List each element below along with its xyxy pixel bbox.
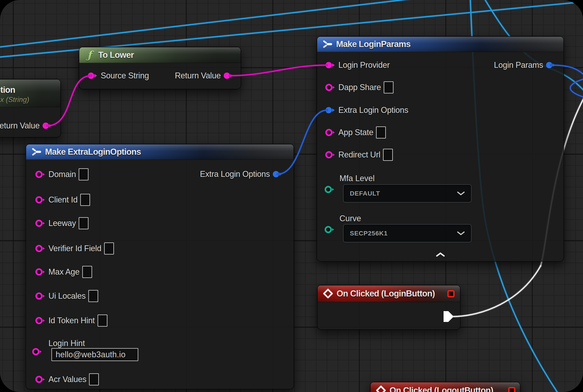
string-input-pin[interactable] <box>325 129 336 136</box>
wire-string-2 <box>230 65 327 76</box>
client-id-checkbox[interactable] <box>80 194 90 206</box>
id-token-hint-checkbox[interactable] <box>98 314 108 327</box>
string-input-pin[interactable] <box>325 151 336 158</box>
enum-input-pin[interactable] <box>324 226 335 234</box>
pin-label: Return Value <box>175 71 221 80</box>
pin-label: Login Provider <box>338 60 390 70</box>
event-diamond-icon <box>323 288 333 298</box>
delegate-pin[interactable] <box>448 290 454 298</box>
make-struct-icon <box>32 148 42 156</box>
mfa-level-dropdown[interactable]: DEFAULT <box>343 184 472 202</box>
redirect-url-checkbox[interactable] <box>383 149 393 161</box>
pin-label: Verifier Id Field <box>48 244 101 253</box>
node-header: ƒ To Lower <box>79 47 240 63</box>
pin-label: Client Id <box>48 195 78 204</box>
node-header: Get Selected Option Target is Combo Box … <box>0 80 60 107</box>
node-header: On Clicked (LoginButton) <box>318 286 460 302</box>
pin-row-client-id: Client Id <box>35 193 90 207</box>
event-diamond-icon <box>376 386 386 392</box>
string-input-pin[interactable] <box>88 72 98 79</box>
string-output-pin[interactable] <box>224 72 234 79</box>
node-title: Get Selected Option <box>0 85 15 95</box>
pin-row-return-value: Return Value <box>0 119 53 133</box>
pin-label: Return Value <box>0 121 40 130</box>
chevron-down-icon <box>457 192 465 196</box>
node-on-clicked-login-button[interactable]: On Clicked (LoginButton) <box>318 286 460 329</box>
ui-locales-checkbox[interactable] <box>88 290 98 302</box>
node-title: On Clicked (LoginButton) <box>336 289 435 298</box>
domain-checkbox[interactable] <box>78 168 88 180</box>
string-input-pin[interactable] <box>325 84 336 91</box>
curve-value: SECP256K1 <box>350 230 388 237</box>
pin-row-max-age: Max Age <box>35 265 92 279</box>
pin-row-ui-locales: Ui Locales <box>35 289 98 303</box>
pin-label: Extra Login Options <box>200 170 270 179</box>
wire-exec-front <box>454 266 541 316</box>
wire-struct-2b <box>570 78 583 99</box>
pin-label: Domain <box>48 170 76 179</box>
app-state-checkbox[interactable] <box>376 126 386 138</box>
login-hint-input[interactable]: hello@web3auth.io <box>51 348 138 361</box>
string-input-pin[interactable] <box>325 62 336 68</box>
pin-label: App State <box>338 128 373 137</box>
node-subtitle: Target is Combo Box (String) <box>0 96 29 104</box>
pin-label: Source String <box>101 71 149 80</box>
node-title: Make ExtraLoginOptions <box>45 147 141 157</box>
max-age-checkbox[interactable] <box>82 266 92 278</box>
pin-row-id-token-hint: Id Token Hint <box>35 314 108 328</box>
dapp-share-checkbox[interactable] <box>384 81 394 94</box>
delegate-pin[interactable] <box>508 387 516 392</box>
pin-label: Dapp Share <box>338 83 381 92</box>
string-output-pin[interactable] <box>42 122 53 129</box>
pin-label: Max Age <box>48 267 80 277</box>
login-hint-label: Login Hint <box>48 338 85 348</box>
node-title: To Lower <box>98 50 134 60</box>
string-input-pin[interactable] <box>35 317 46 324</box>
pin-row-verifier-id-field: Verifier Id Field <box>35 242 114 256</box>
enum-input-pin[interactable] <box>324 186 335 193</box>
blueprint-graph-canvas[interactable]: Get Selected Option Target is Combo Box … <box>0 0 583 392</box>
pin-row-return-value: Return Value <box>175 69 234 83</box>
wire-glow <box>230 65 327 76</box>
string-input-pin[interactable] <box>35 376 46 383</box>
string-input-pin[interactable] <box>35 292 46 300</box>
string-input-pin[interactable] <box>35 196 46 204</box>
function-icon: ƒ <box>86 50 93 60</box>
pin-row-domain: Domain <box>35 168 88 181</box>
chevron-down-icon <box>457 231 465 236</box>
node-make-login-params[interactable]: Make LoginParams Login Provider Login Pa… <box>317 37 564 261</box>
wire-glow <box>454 266 541 316</box>
pin-row-leeway: Leeway <box>35 216 88 230</box>
mfa-level-label: Mfa Level <box>340 174 374 183</box>
string-input-pin[interactable] <box>35 245 46 252</box>
string-input-pin[interactable] <box>35 170 46 178</box>
node-header: Make LoginParams <box>317 37 564 52</box>
make-struct-icon <box>323 40 332 48</box>
pin-label: Acr Values <box>48 375 86 384</box>
node-title: On Clicked (LogoutButton) <box>390 386 493 392</box>
pin-row-login-params-out: Login Params <box>494 58 556 72</box>
collapse-chevron-up-icon[interactable] <box>436 252 445 257</box>
exec-output-pin[interactable] <box>443 311 454 322</box>
node-get-selected-option[interactable]: Get Selected Option Target is Combo Box … <box>0 80 60 137</box>
string-input-pin[interactable] <box>35 220 46 227</box>
node-on-clicked-logout-button[interactable]: On Clicked (LogoutButton) <box>370 382 520 392</box>
node-make-extra-login-options[interactable]: Make ExtraLoginOptions Domain Extra Logi… <box>26 144 294 389</box>
pin-label: Id Token Hint <box>48 316 95 325</box>
pin-row-source-string: Source String <box>88 69 149 83</box>
struct-output-pin[interactable] <box>546 62 556 68</box>
string-input-pin[interactable] <box>35 268 46 276</box>
pin-row-extra-login-options-in: Extra Login Options <box>325 103 408 117</box>
acr-values-checkbox[interactable] <box>89 373 99 386</box>
curve-dropdown[interactable]: SECP256K1 <box>343 224 472 242</box>
node-to-lower[interactable]: ƒ To Lower Source String Return Value <box>79 47 240 89</box>
struct-input-pin[interactable] <box>325 107 336 114</box>
string-input-pin[interactable] <box>32 348 42 356</box>
leeway-checkbox[interactable] <box>78 217 88 229</box>
wire-glow <box>570 78 583 99</box>
pin-row-redirect-url: Redirect Url <box>325 148 393 162</box>
struct-output-pin[interactable] <box>272 171 283 178</box>
verifier-id-field-checkbox[interactable] <box>104 242 114 254</box>
pin-label: Leeway <box>48 218 76 228</box>
pin-label: Login Params <box>494 60 543 70</box>
